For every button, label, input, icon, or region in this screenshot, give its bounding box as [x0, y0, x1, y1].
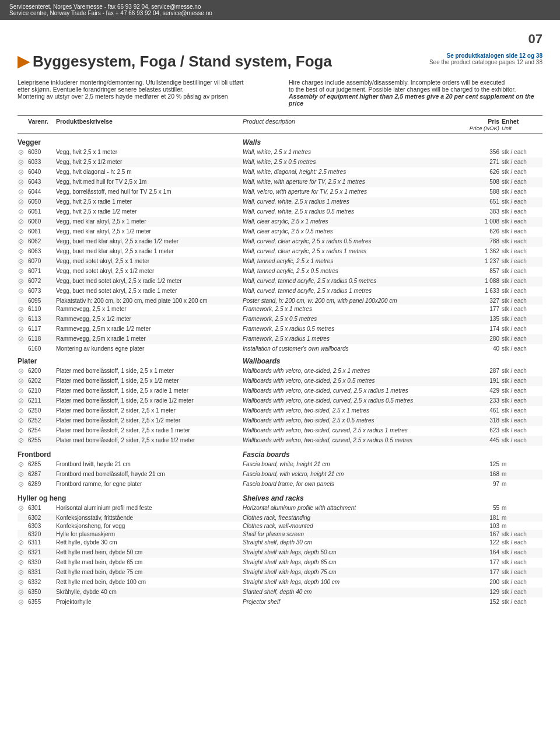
product-unit: stk / each	[502, 407, 542, 414]
product-desc-no: Vegg, buet med klar akryl, 2,5 x radie 1…	[56, 248, 243, 254]
product-unit: stk / each	[502, 149, 542, 155]
product-desc-en: Shelf for plasma screen	[243, 531, 467, 537]
item-number: 6043	[28, 179, 56, 185]
product-desc-en: Framework, 2.5 x radius 0.5 metres	[243, 326, 467, 332]
product-price: 1 237	[467, 258, 502, 264]
item-number: 6350	[28, 589, 56, 595]
product-unit: stk / each	[502, 335, 542, 342]
product-desc-no: Vegg, buet med sotet akryl, 2,5 x radie …	[56, 288, 243, 294]
product-icon	[18, 505, 28, 513]
product-desc-no: Vegg, borrelåsstoff, med hull for TV 2,5…	[56, 188, 243, 195]
product-unit: stk / each	[502, 258, 542, 264]
product-unit: stk / each	[502, 288, 542, 294]
table-row: 6095Plakatstativ h: 200 cm, b: 200 cm, m…	[18, 296, 542, 305]
title-arrow: ▶	[18, 53, 29, 70]
product-desc-no: Plater med borrelåsstoff, 1 side, 2,5 x …	[56, 387, 243, 394]
item-number: 6160	[28, 345, 56, 352]
product-price: 122	[467, 539, 502, 546]
col-pris-header: Pris Price (NOK)	[467, 118, 502, 131]
table-row: 6311Rett hylle, dybde 30 cmStraight shel…	[18, 538, 542, 548]
product-unit: stk / each	[502, 378, 542, 384]
product-price: 181	[467, 515, 502, 521]
product-icon	[18, 427, 28, 435]
product-desc-no: Rett hylle, dybde 30 cm	[56, 539, 243, 546]
table-row: 6043Vegg, hvit med hull for TV 2,5 x 1mW…	[18, 177, 542, 187]
product-desc-en: Wall, clear acrylic, 2.5 x 0.5 metres	[243, 228, 467, 235]
product-desc-no: Frontbord med borrelåsstoff, høyde 21 cm	[56, 471, 243, 477]
table-row: 6061Vegg, med klar akryl, 2,5 x 1/2 mete…	[18, 227, 542, 237]
product-desc-no: Konfeksjonsheng, for vegg	[56, 523, 243, 529]
product-desc-en: Wall, white, diagonal, height: 2.5 metre…	[243, 169, 467, 175]
product-desc-en: Wall, curved, white, 2.5 x radius 0.5 me…	[243, 208, 467, 215]
product-desc-no: Vegg, med klar akryl, 2,5 x 1 meter	[56, 218, 243, 225]
table-row: 6060Vegg, med klar akryl, 2,5 x 1 meterW…	[18, 217, 542, 227]
item-number: 6250	[28, 407, 56, 414]
table-row: 6113Rammevegg, 2,5 x 1/2 meterFramework,…	[18, 314, 542, 324]
table-row: 6050Vegg, hvit 2,5 x radie 1 meterWall, …	[18, 197, 542, 207]
product-price: 327	[467, 298, 502, 304]
product-desc-no: Plater med borrelåsstoff, 1 side, 2,5 x …	[56, 368, 243, 374]
product-desc-en: Wallboards with velcro, one-sided, 2.5 x…	[243, 378, 467, 384]
col-varenr-header: Varenr.	[28, 118, 56, 131]
product-price: 651	[467, 198, 502, 205]
product-unit: stk / each	[502, 306, 542, 312]
intro-right: Hire charges include assembly/disassembl…	[289, 79, 542, 107]
product-unit: stk / each	[502, 188, 542, 195]
product-icon	[18, 198, 28, 207]
product-desc-en: Wallboards with velcro, one-sided, 2.5 x…	[243, 368, 467, 374]
product-price: 623	[467, 427, 502, 434]
product-desc-en: Wall, curved, white, 2.5 x radius 1 metr…	[243, 198, 467, 205]
product-desc-no: Hylle for plasmaskjerm	[56, 531, 243, 537]
product-desc-en: Framework, 2.5 x 1 metres	[243, 306, 467, 312]
col-desc-header: Produktbeskrivelse	[56, 118, 243, 131]
section-heading-3: Hyller og hengShelves and racks	[18, 494, 542, 502]
item-number: 6355	[28, 599, 56, 605]
product-unit: stk / each	[502, 549, 542, 555]
product-desc-no: Frontbord hvitt, høyde 21 cm	[56, 461, 243, 467]
item-number: 6302	[28, 515, 56, 521]
product-desc-no: Plakatstativ h: 200 cm, b: 200 cm, med p…	[56, 298, 243, 304]
product-price: 429	[467, 387, 502, 394]
product-desc-no: Skråhylle, dybde 40 cm	[56, 589, 243, 595]
section-heading-en-2: Fascia boards	[243, 450, 290, 459]
product-price: 191	[467, 378, 502, 384]
product-desc-no: Projektorhylle	[56, 599, 243, 605]
product-desc-en: Framework, 2.5 x radius 1 metres	[243, 335, 467, 342]
table-row: 6350Skråhylle, dybde 40 cmSlanted shelf,…	[18, 588, 542, 597]
item-number: 6095	[28, 298, 56, 304]
product-unit: stk / each	[502, 427, 542, 434]
table-row: 6040Vegg, hvit diagonal - h: 2,5 mWall, …	[18, 167, 542, 177]
product-unit: stk / each	[502, 228, 542, 235]
section-heading-no-0: Vegger	[18, 138, 41, 146]
product-desc-no: Rett hylle med bein, dybde 100 cm	[56, 579, 243, 585]
col-desc-eng-header: Product description	[243, 118, 467, 131]
header-bar: Servicesenteret, Norges Varemesse - fax …	[0, 0, 560, 20]
product-desc-en: Wallboards with velcro, two-sided, 2.5 x…	[243, 407, 467, 414]
product-desc-no: Horisontal aluminium profil med feste	[56, 505, 243, 511]
product-price: 168	[467, 471, 502, 477]
table-row: 6287Frontbord med borrelåsstoff, høyde 2…	[18, 470, 542, 480]
product-desc-no: Plater med borrelåsstoff, 1 side, 2,5 x …	[56, 378, 243, 384]
product-desc-en: Wallboards with velcro, one-sided, curve…	[243, 387, 467, 394]
item-number: 6118	[28, 335, 56, 342]
product-price: 383	[467, 208, 502, 215]
section-heading-no-1: Plater	[18, 357, 37, 365]
product-icon	[18, 169, 28, 177]
product-unit: stk / each	[502, 387, 542, 394]
table-row: 6255Plater med borrelåsstoff, 2 sider, 2…	[18, 436, 542, 446]
product-desc-no: Rammevegg, 2,5 x 1 meter	[56, 306, 243, 312]
table-row: 6117Rammevegg, 2,5m x radie 1/2 meterFra…	[18, 324, 542, 334]
product-desc-no: Plater med borrelåsstoff, 2 sider, 2,5 x…	[56, 417, 243, 424]
product-price: 97	[467, 481, 502, 487]
product-icon	[18, 228, 28, 236]
product-icon	[18, 179, 28, 187]
product-icon	[18, 387, 28, 396]
product-price: 55	[467, 505, 502, 511]
table-row: 6332Rett hylle med bein, dybde 100 cmStr…	[18, 578, 542, 588]
table-row: 6072Vegg, buet med sotet akryl, 2,5 x ra…	[18, 277, 542, 286]
product-icon	[18, 335, 28, 344]
product-price: 788	[467, 238, 502, 244]
section-heading-0: VeggerWalls	[18, 138, 542, 146]
item-number: 6331	[28, 569, 56, 575]
table-row: 6160Montering av kundens egne platerInst…	[18, 344, 542, 352]
